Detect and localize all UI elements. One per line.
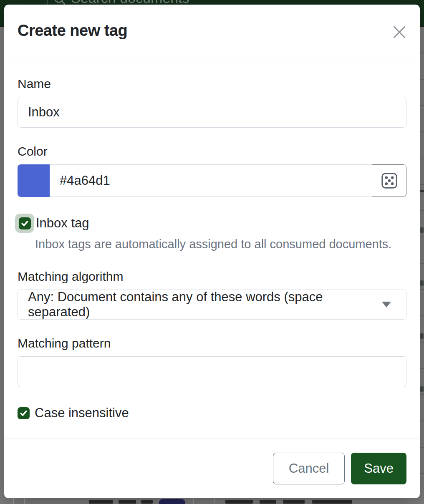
color-swatch: [18, 164, 50, 197]
close-button[interactable]: [391, 24, 407, 40]
dimmed-text-fragment: [420, 386, 424, 392]
dimmed-content-strip: [0, 498, 424, 504]
dimmed-text-fragment: [420, 333, 424, 339]
dimmed-text-fragment: [260, 500, 276, 504]
dialog-title: Create new tag: [18, 20, 406, 40]
name-field-group: Name: [18, 77, 406, 128]
name-label: Name: [18, 77, 406, 91]
create-tag-dialog: Create new tag Name Color: [4, 5, 420, 498]
color-hex-input[interactable]: [50, 164, 372, 197]
case-insensitive-row: Case insensitive: [18, 406, 406, 421]
dimmed-text-fragment: [225, 500, 253, 504]
case-insensitive-checkbox[interactable]: [18, 407, 30, 419]
dimmed-table-header-line: [420, 190, 424, 192]
matching-algorithm-select[interactable]: Any: Document contains any of these word…: [18, 290, 406, 320]
dimmed-table-border: [215, 498, 215, 504]
color-input-group: [18, 164, 406, 197]
case-insensitive-label[interactable]: Case insensitive: [35, 406, 129, 421]
dialog-body: Name Color: [4, 60, 420, 438]
check-icon: [20, 219, 29, 228]
dimmed-text-fragment: [420, 280, 424, 286]
color-label: Color: [18, 144, 406, 159]
dimmed-table-border: [24, 498, 25, 504]
dimmed-text-fragment: [89, 500, 113, 504]
selected-option: Any: Document contains any of these word…: [28, 290, 382, 320]
dimmed-table-rows: [420, 27, 424, 498]
matching-algorithm-group: Matching algorithm Any: Document contain…: [18, 270, 406, 320]
dice-icon: [381, 172, 398, 189]
name-input[interactable]: [18, 97, 406, 128]
inbox-tag-label[interactable]: Inbox tag: [36, 216, 89, 231]
inbox-tag-hint: Inbox tags are automatically assigned to…: [35, 237, 406, 251]
color-field-group: Color: [18, 144, 406, 197]
chevron-down-icon: [382, 302, 391, 307]
check-icon: [19, 409, 28, 418]
matching-pattern-input[interactable]: [18, 356, 406, 387]
dimmed-text-fragment: [420, 227, 424, 233]
dimmed-text-fragment: [141, 500, 153, 504]
dialog-footer: Cancel Save: [4, 438, 420, 498]
cancel-button[interactable]: Cancel: [273, 453, 345, 484]
dimmed-table-border: [13, 498, 14, 504]
close-icon: [391, 24, 407, 40]
random-color-button[interactable]: [372, 164, 406, 197]
matching-algorithm-label: Matching algorithm: [18, 270, 406, 284]
inbox-tag-checkbox[interactable]: [19, 217, 31, 229]
dimmed-text-fragment: [312, 500, 352, 504]
matching-pattern-label: Matching pattern: [18, 336, 406, 350]
save-button[interactable]: Save: [351, 453, 406, 484]
matching-pattern-group: Matching pattern: [18, 336, 406, 387]
checkbox-focus-ring: [15, 214, 34, 233]
inbox-tag-row: Inbox tag: [18, 214, 406, 233]
dimmed-badge: [159, 499, 185, 504]
dimmed-text-fragment: [119, 500, 136, 504]
dimmed-text-fragment: [283, 500, 305, 504]
dialog-header: Create new tag: [4, 5, 420, 60]
dimmed-table-border: [193, 498, 194, 504]
